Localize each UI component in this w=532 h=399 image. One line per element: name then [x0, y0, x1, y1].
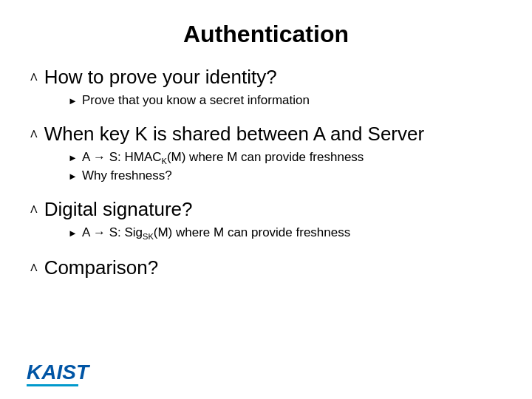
list-item: ► A → S: SigSK(M) where M can provide fr…: [68, 225, 502, 241]
section-digital-sig: ^ Digital signature? ► A → S: SigSK(M) w…: [30, 198, 502, 244]
sub-text-prove: Prove that you know a secret information: [82, 93, 310, 108]
logo-underline: [27, 384, 78, 386]
sub-caret-icon: ►: [68, 228, 78, 239]
section-header-shared: ^ When key K is shared between A and Ser…: [30, 123, 502, 146]
sub-text-hmac: A → S: HMACK(M) where M can provide fres…: [82, 150, 364, 166]
sub-text-freshness: Why freshness?: [82, 168, 172, 183]
sub-items-sig: ► A → S: SigSK(M) where M can provide fr…: [68, 225, 502, 241]
list-item: ► A → S: HMACK(M) where M can provide fr…: [68, 150, 502, 166]
caret-icon-1: ^: [30, 70, 38, 87]
sub-caret-icon: ►: [68, 171, 78, 182]
caret-icon-2: ^: [30, 127, 38, 144]
kaist-logo-text: KAIST: [27, 361, 89, 383]
sub-items-identity: ► Prove that you know a secret informati…: [68, 93, 502, 108]
section-header-sig: ^ Digital signature?: [30, 198, 502, 221]
section-title-comparison: Comparison?: [44, 256, 159, 279]
sub-caret-icon: ►: [68, 152, 78, 163]
section-identity: ^ How to prove your identity? ► Prove th…: [30, 66, 502, 111]
section-shared-key: ^ When key K is shared between A and Ser…: [30, 123, 502, 186]
kaist-logo: KAIST: [27, 361, 89, 384]
section-title-identity: How to prove your identity?: [44, 66, 277, 89]
section-header-identity: ^ How to prove your identity?: [30, 66, 502, 89]
section-title-shared: When key K is shared between A and Serve…: [44, 123, 425, 146]
section-comparison: ^ Comparison?: [30, 256, 502, 284]
caret-icon-3: ^: [30, 202, 38, 219]
sub-text-sig: A → S: SigSK(M) where M can provide fres…: [82, 225, 350, 241]
list-item: ► Prove that you know a secret informati…: [68, 93, 502, 108]
sub-items-shared: ► A → S: HMACK(M) where M can provide fr…: [68, 150, 502, 183]
slide-title: Authentication: [30, 15, 502, 48]
caret-icon-4: ^: [30, 261, 38, 278]
sub-caret-icon: ►: [68, 95, 78, 106]
section-title-sig: Digital signature?: [44, 198, 193, 221]
list-item: ► Why freshness?: [68, 168, 502, 183]
slide: Authentication ^ How to prove your ident…: [0, 0, 532, 399]
section-header-comparison: ^ Comparison?: [30, 256, 502, 279]
